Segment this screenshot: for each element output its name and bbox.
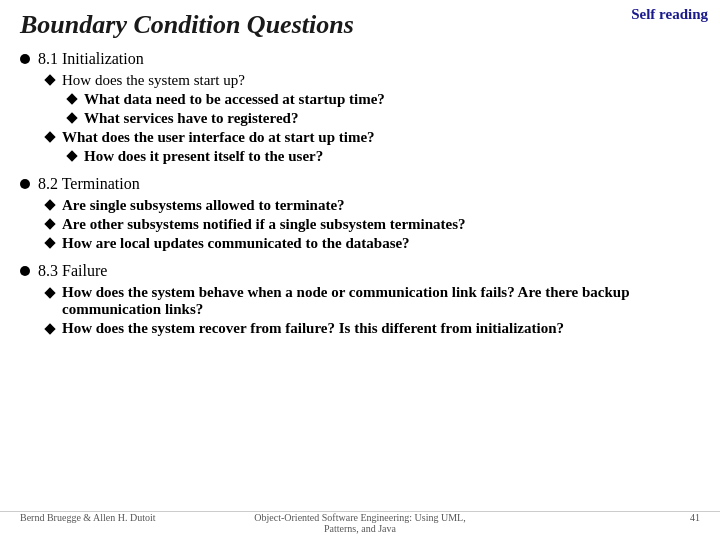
diamond-icon [44, 218, 55, 229]
sub-sub-item-text: What services have to registered? [84, 110, 298, 127]
section-2-label: 8.2 Termination [38, 175, 140, 193]
diamond-icon [66, 93, 77, 104]
sub-sub-item-text: What data need to be accessed at startup… [84, 91, 385, 108]
sub-item-text: How does the system recover from failure… [62, 320, 564, 337]
sub-item-text: Are single subsystems allowed to termina… [62, 197, 345, 214]
diamond-icon [44, 74, 55, 85]
list-item: Are other subsystems notified if a singl… [46, 216, 700, 233]
bullet-circle-icon [20, 266, 30, 276]
sub-item-text: What does the user interface do at start… [62, 129, 375, 146]
footer-center: Object-Oriented Software Engineering: Us… [247, 512, 474, 534]
section-title-1: 8.1 Initialization [20, 50, 700, 68]
self-reading-badge: Self reading [631, 6, 708, 23]
section-initialization: 8.1 Initialization How does the system s… [20, 50, 700, 165]
list-item: How does it present itself to the user? [68, 148, 700, 165]
bullet-circle-icon [20, 54, 30, 64]
section-failure: 8.3 Failure How does the system behave w… [20, 262, 700, 337]
bullet-circle-icon [20, 179, 30, 189]
list-item: How are local updates communicated to th… [46, 235, 700, 252]
sub-list-3: How does the system behave when a node o… [46, 284, 700, 337]
footer: Bernd Bruegge & Allen H. Dutoit Object-O… [0, 511, 720, 534]
sub-sub-list-2: How does it present itself to the user? [68, 148, 700, 165]
list-item: How does the system recover from failure… [46, 320, 700, 337]
sub-item-text: Are other subsystems notified if a singl… [62, 216, 466, 233]
list-item: What does the user interface do at start… [46, 129, 700, 146]
diamond-icon [66, 112, 77, 123]
diamond-icon [44, 323, 55, 334]
sub-list-2: Are single subsystems allowed to termina… [46, 197, 700, 252]
list-item: How does the system behave when a node o… [46, 284, 700, 318]
section-1-label: 8.1 Initialization [38, 50, 144, 68]
diamond-icon [66, 150, 77, 161]
section-termination: 8.2 Termination Are single subsystems al… [20, 175, 700, 252]
diamond-icon [44, 131, 55, 142]
sub-list-1: How does the system start up? What data … [46, 72, 700, 165]
sub-sub-list-1: What data need to be accessed at startup… [68, 91, 700, 127]
section-title-2: 8.2 Termination [20, 175, 700, 193]
footer-left: Bernd Bruegge & Allen H. Dutoit [20, 512, 247, 534]
sub-sub-item-text: How does it present itself to the user? [84, 148, 323, 165]
page-title: Boundary Condition Questions [20, 10, 700, 40]
footer-right: 41 [473, 512, 700, 534]
content-area: 8.1 Initialization How does the system s… [0, 50, 720, 337]
list-item: Are single subsystems allowed to termina… [46, 197, 700, 214]
sub-item-text: How does the system behave when a node o… [62, 284, 700, 318]
diamond-icon [44, 287, 55, 298]
section-3-label: 8.3 Failure [38, 262, 107, 280]
list-item: What services have to registered? [68, 110, 700, 127]
list-item: What data need to be accessed at startup… [68, 91, 700, 108]
sub-item-text: How does the system start up? [62, 72, 245, 89]
diamond-icon [44, 199, 55, 210]
sub-item-text: How are local updates communicated to th… [62, 235, 410, 252]
section-title-3: 8.3 Failure [20, 262, 700, 280]
list-item: How does the system start up? [46, 72, 700, 89]
diamond-icon [44, 237, 55, 248]
